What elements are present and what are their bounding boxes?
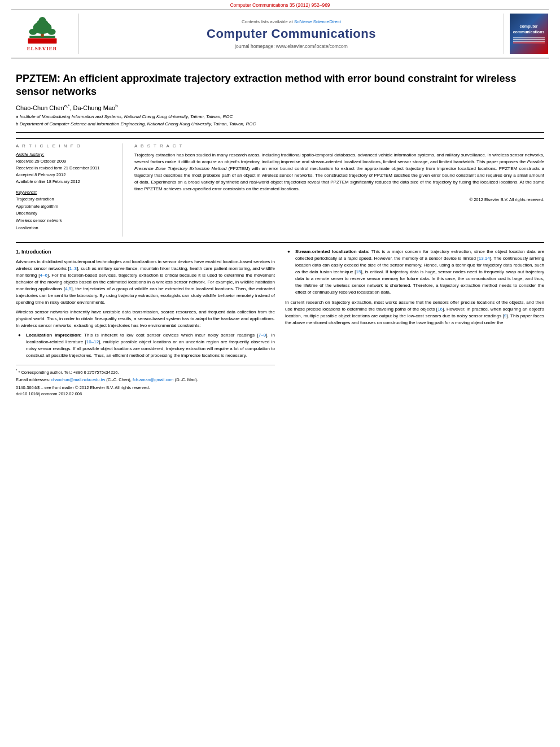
sciverse-link[interactable]: SciVerse ScienceDirect [294, 19, 341, 24]
email2[interactable]: fch.aman@gmail.com [133, 377, 174, 382]
article-info-label: A R T I C L E I N F O [16, 143, 117, 148]
corresponding-text: * Corresponding author. Tel.: +886 6 275… [18, 370, 119, 375]
bullet-dot-1: ● [18, 332, 26, 359]
copyright-footer-text: 0140-3664/$ – see front matter © 2012 El… [16, 385, 275, 391]
main-content: PPZTEM: An efficient approximate traject… [0, 59, 560, 403]
author2-name: , Da-Chung Mao [69, 104, 115, 111]
journal-reference: Computer Communications 35 (2012) 952–96… [230, 2, 330, 8]
affiliation-a: a Institute of Manufacturing Information… [16, 113, 544, 120]
keyword-5: Localization [16, 225, 117, 232]
sciverse-prefix: Contents lists available at [242, 19, 293, 24]
cover-decorative-lines [512, 37, 546, 44]
bullet-localization: ● Localization imprecision: This is inhe… [16, 332, 275, 359]
journal-header-center: Contents lists available at SciVerse Sci… [79, 14, 504, 54]
email-footnote: E-mail addresses: chaochun@mail.ncku.edu… [16, 377, 275, 383]
keywords-list: Trajectory extraction Approximate algori… [16, 196, 117, 232]
svg-rect-7 [28, 38, 56, 43]
sciverse-line: Contents lists available at SciVerse Sci… [242, 19, 341, 24]
keyword-1: Trajectory extraction [16, 196, 117, 203]
received-date2: Received in revised form 21 December 201… [16, 165, 117, 172]
intro-heading: 1. Introduction [16, 248, 275, 256]
keyword-2: Approximate algorithm [16, 203, 117, 211]
article-main-title: PPZTEM: An efficient approximate traject… [16, 72, 544, 99]
keyword-3: Uncertainty [16, 210, 117, 217]
abstract-text: Trajectory extraction has been studied i… [134, 152, 544, 193]
journal-header: ELSEVIER Contents lists available at Sci… [11, 9, 549, 59]
svg-point-4 [38, 17, 46, 24]
available-date: Available online 18 February 2012 [16, 178, 117, 185]
footnote-star: * [16, 369, 17, 372]
cover-text: computercommunications [513, 24, 545, 34]
journal-cover: computercommunications [510, 14, 548, 54]
bullet-term-1: Localization imprecision: [26, 333, 82, 338]
bullet-localization-content: Localization imprecision: This is inhere… [26, 332, 275, 359]
author1-name: Chao-Chun Chen [16, 104, 64, 111]
top-bar: Computer Communications 35 (2012) 952–96… [0, 0, 560, 9]
affiliations: a Institute of Manufacturing Information… [16, 113, 544, 126]
article-history: Article history: Received 29 October 200… [16, 152, 117, 185]
history-label: Article history: [16, 152, 117, 157]
abstract-column: A B S T R A C T Trajectory extraction ha… [134, 143, 544, 237]
journal-title: Computer Communications [207, 27, 376, 41]
journal-homepage: journal homepage: www.elsevier.com/locat… [235, 43, 348, 49]
received-date1: Received 29 October 2009 [16, 158, 117, 165]
affiliation-b: b Department of Computer Science and Inf… [16, 121, 544, 127]
article-footer: * * Corresponding author. Tel.: +886 6 2… [16, 365, 275, 397]
abstract-copyright: © 2012 Elsevier B.V. All rights reserved… [134, 197, 544, 202]
email2-name: (D.-C. Mao). [174, 377, 198, 382]
elsevier-logo-section: ELSEVIER [11, 14, 79, 54]
article-authors: Chao-Chun Chena,*, Da-Chung Maob [16, 103, 544, 111]
email1-name: (C.-C. Chen), [105, 377, 132, 382]
intro-para2: Wireless sensor networks inherently have… [16, 309, 275, 329]
bullet-dot-2: ● [287, 248, 295, 296]
abstract-label: A B S T R A C T [134, 143, 544, 148]
body-columns: 1. Introduction Advances in distributed … [16, 248, 544, 397]
keywords-label: Keywords: [16, 190, 117, 195]
intro-para1: Advances in distributed spatio-temporal … [16, 259, 275, 306]
bullet-term-2: Stream-oriented localization data: [295, 249, 369, 254]
corresponding-footnote: * * Corresponding author. Tel.: +886 6 2… [16, 368, 275, 375]
author2-sup: b [115, 103, 117, 108]
intro-heading-text: 1. Introduction [16, 249, 51, 255]
email-label: E-mail addresses: [16, 377, 50, 382]
author1-sup: a,* [64, 103, 70, 108]
journal-cover-section: computercommunications [504, 14, 549, 54]
body-right-column: ● Stream-oriented localization data: Thi… [285, 248, 544, 397]
email1[interactable]: chaochun@mail.ncku.edu.tw [51, 377, 105, 382]
elsevier-text: ELSEVIER [27, 46, 58, 51]
copyright-footer: 0140-3664/$ – see front matter © 2012 El… [16, 385, 275, 397]
svg-point-6 [47, 29, 56, 35]
article-title-section: PPZTEM: An efficient approximate traject… [16, 64, 544, 133]
intro-para3: In current research on trajectory extrac… [285, 299, 544, 326]
bullet-stream-content: Stream-oriented localization data: This … [295, 248, 544, 296]
article-info-column: A R T I C L E I N F O Article history: R… [16, 143, 123, 237]
bullet-stream: ● Stream-oriented localization data: Thi… [285, 248, 544, 296]
svg-point-5 [29, 29, 37, 35]
elsevier-tree-icon [25, 16, 59, 45]
article-meta-section: A R T I C L E I N F O Article history: R… [16, 138, 544, 237]
doi-text: doi:10.1016/j.comcom.2012.02.006 [16, 391, 275, 397]
keyword-4: Wireless sensor network [16, 217, 117, 225]
body-left-column: 1. Introduction Advances in distributed … [16, 248, 275, 397]
elsevier-logo: ELSEVIER [25, 16, 59, 51]
body-divider [16, 242, 544, 243]
keywords-section: Keywords: Trajectory extraction Approxim… [16, 190, 117, 232]
accepted-date: Accepted 8 February 2012 [16, 172, 117, 178]
